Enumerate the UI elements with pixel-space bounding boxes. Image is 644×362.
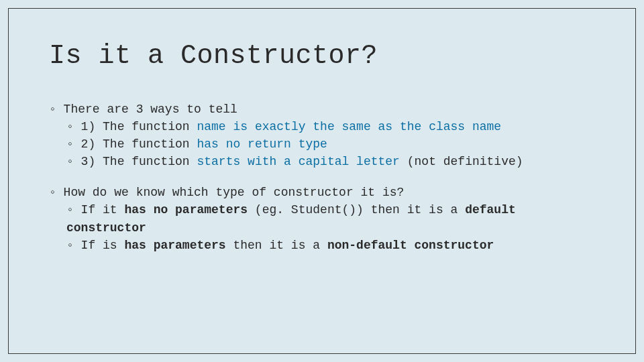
spacer xyxy=(49,170,595,184)
list-item: If is has parameters then it is a non-de… xyxy=(66,237,595,254)
slide: Is it a Constructor? There are 3 ways to… xyxy=(8,8,636,354)
list-item: 1) The function name is exactly the same… xyxy=(66,118,595,135)
bullet-list: There are 3 ways to tell 1) The function… xyxy=(49,101,595,254)
list-item: 2) The function has no return type xyxy=(66,135,595,153)
list-item: 3) The function starts with a capital le… xyxy=(66,153,595,170)
list-item: If it has no parameters (eg. Student()) … xyxy=(66,201,595,236)
section-1-lead: There are 3 ways to tell xyxy=(49,101,595,118)
section-2-items: If it has no parameters (eg. Student()) … xyxy=(49,201,595,253)
section-2-lead: How do we know which type of constructor… xyxy=(49,184,595,201)
slide-title: Is it a Constructor? xyxy=(49,41,595,71)
section-1-items: 1) The function name is exactly the same… xyxy=(49,118,595,170)
